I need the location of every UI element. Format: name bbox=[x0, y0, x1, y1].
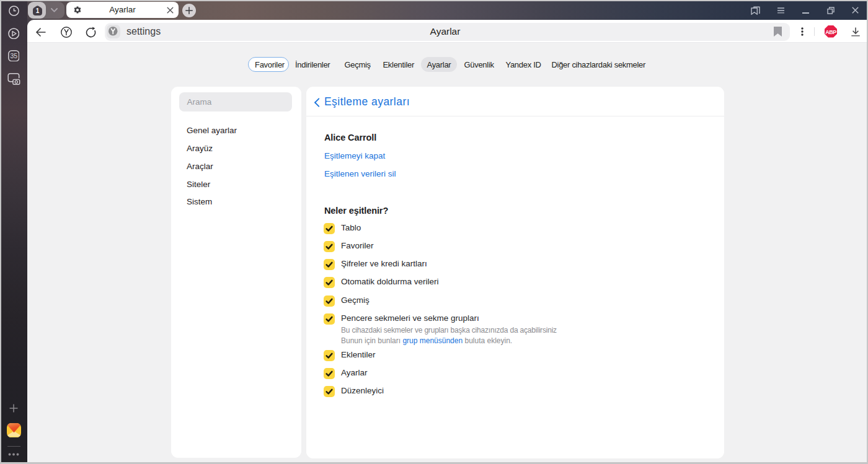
svg-text:35: 35 bbox=[10, 52, 17, 59]
svg-text:ABP: ABP bbox=[825, 29, 836, 35]
svg-text:1: 1 bbox=[35, 7, 39, 14]
